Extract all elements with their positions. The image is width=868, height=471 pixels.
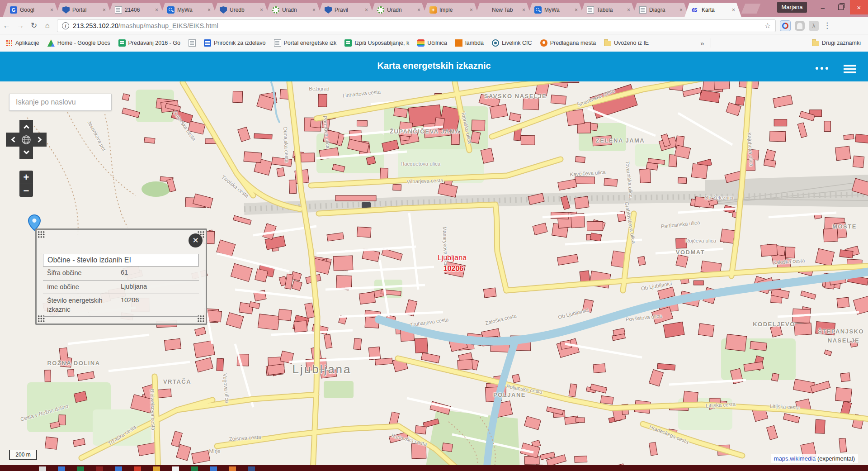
tab-googl[interactable]: GGoogl× (3, 3, 60, 17)
tab-close-icon[interactable]: × (627, 7, 630, 13)
tab-close-icon[interactable]: × (679, 7, 683, 13)
pan-up-button[interactable] (19, 120, 33, 133)
drag-grip-icon[interactable] (38, 231, 45, 238)
bookmark-uvo-eno-iz-ie[interactable]: Uvoženo iz IE (604, 40, 649, 46)
tab-close-icon[interactable]: × (312, 7, 316, 13)
tab-diagra[interactable]: Diagra× (632, 3, 689, 17)
tab-imple[interactable]: Imple× (422, 3, 479, 17)
building (217, 358, 224, 371)
taskbar-app-icon[interactable] (210, 466, 217, 471)
building (336, 276, 352, 289)
ghostery-extension-icon[interactable] (795, 21, 805, 31)
zoom-out-button[interactable]: − (19, 184, 33, 197)
bookmark-priro-nik-za-izdelavo[interactable]: Priročnik za izdelavo (204, 39, 266, 47)
tab-close-icon[interactable]: × (103, 7, 106, 13)
taskbar-app-icon[interactable] (77, 466, 84, 471)
taskbar-app-icon[interactable] (248, 466, 255, 471)
new-tab-button[interactable] (741, 4, 761, 14)
tab-close-icon[interactable]: × (417, 7, 420, 13)
reset-view-button[interactable] (19, 133, 33, 147)
tab-new-tab[interactable]: New Tab× (475, 3, 532, 17)
bookmark-portal-energetske-izk[interactable]: Portal energetske izk (274, 39, 337, 47)
tab-portal[interactable]: Portal× (55, 3, 112, 17)
tab-mywa[interactable]: MyWa× (527, 3, 584, 17)
tab-close-icon[interactable]: × (155, 7, 158, 13)
sync-extension-icon[interactable] (780, 20, 791, 31)
url-text: 213.253.102.20/mashup/mashup_EIKS/EIKS.h… (73, 22, 218, 29)
building (164, 338, 181, 350)
bookmark-livelink-cfc[interactable]: Livelink CfC (492, 39, 532, 47)
attribution-link[interactable]: maps.wikimedia (774, 455, 816, 462)
shield-icon (325, 6, 332, 14)
taskbar-app-icon[interactable] (39, 466, 46, 471)
building (335, 195, 376, 201)
pan-right-button[interactable] (33, 133, 47, 147)
tab-karta[interactable]: 6SKarta× (684, 3, 741, 17)
header-menu-icon[interactable] (844, 65, 856, 73)
taskbar-app-icon[interactable] (172, 466, 179, 471)
building (785, 247, 795, 258)
bookmark-aplikacije[interactable]: Aplikacije (5, 39, 39, 47)
bookmark-u-ilnica[interactable]: Učilnica (417, 39, 447, 47)
chevron-up-icon (24, 125, 29, 131)
bookmark-untitled[interactable] (189, 39, 196, 47)
tab-close-icon[interactable]: × (575, 7, 578, 13)
tab-uredb[interactable]: Uredb× (212, 3, 269, 17)
maximize-button[interactable] (832, 0, 850, 14)
pan-left-button[interactable] (6, 133, 19, 147)
building (357, 227, 371, 237)
taskbar-app-icon[interactable] (191, 466, 198, 471)
taskbar-app-icon[interactable] (96, 466, 103, 471)
tab-uradn[interactable]: Uradn× (370, 3, 427, 17)
taskbar-app-icon[interactable] (153, 466, 160, 471)
building (575, 177, 595, 184)
building (576, 156, 585, 162)
page-info-icon[interactable]: i (62, 22, 69, 29)
tab-close-icon[interactable]: × (365, 7, 368, 13)
search-input[interactable] (9, 94, 111, 110)
tab-close-icon[interactable]: × (208, 7, 211, 13)
close-button[interactable]: × (850, 0, 868, 14)
taskbar-app-icon[interactable] (229, 466, 236, 471)
windows-taskbar[interactable] (0, 465, 868, 471)
tab-close-icon[interactable]: × (50, 7, 53, 13)
minimize-button[interactable]: – (814, 0, 832, 14)
profile-badge[interactable]: Marjana (777, 2, 807, 13)
browser-menu-icon[interactable]: ⋮ (823, 21, 831, 30)
building (840, 250, 853, 258)
building (59, 348, 68, 363)
popup-close-button[interactable]: ✕ (189, 233, 203, 247)
bookmark-izpiti-usposabljanje-k[interactable]: Izpiti Usposabljanje, k (344, 39, 409, 47)
tab-title: Tabela (597, 7, 624, 13)
header-ellipsis-icon[interactable] (816, 67, 828, 70)
home-icon[interactable]: ⌂ (41, 21, 54, 30)
reload-icon[interactable]: ↻ (27, 21, 41, 30)
tab-uradn[interactable]: Uradn× (265, 3, 322, 17)
pan-down-button[interactable] (19, 146, 33, 159)
tab-close-icon[interactable]: × (522, 7, 525, 13)
bookmark-lambda[interactable]: lambda (455, 39, 484, 47)
tab-title: Googl (20, 7, 47, 13)
tab-mywa[interactable]: MyWa× (160, 3, 217, 17)
forward-icon[interactable]: → (14, 21, 27, 30)
tab-close-icon[interactable]: × (470, 7, 473, 13)
bookmark-star-icon[interactable]: ☆ (764, 21, 771, 30)
taskbar-app-icon[interactable] (115, 466, 122, 471)
tab-21406[interactable]: 21406× (108, 3, 165, 17)
address-bar[interactable]: i 213.253.102.20/mashup/mashup_EIKS/EIKS… (57, 19, 776, 32)
bookmark-predavanj-2016-go[interactable]: Predavanj 2016 - Go (118, 39, 180, 47)
taskbar-app-icon[interactable] (134, 466, 141, 471)
tab-pravil[interactable]: Pravil× (317, 3, 374, 17)
bookmark-predlagana-mesta[interactable]: Predlagana mesta (540, 39, 596, 47)
bookmark-home-google-docs[interactable]: Home - Google Docs (47, 39, 110, 47)
taskbar-app-icon[interactable] (58, 466, 65, 471)
back-icon[interactable]: ← (0, 21, 14, 30)
tab-tabela[interactable]: Tabela× (580, 3, 637, 17)
zoom-in-button[interactable]: + (19, 171, 33, 184)
other-bookmarks-folder[interactable]: Drugi zaznamki (812, 40, 861, 46)
adobe-extension-icon[interactable]: λ (809, 21, 819, 31)
tab-close-icon[interactable]: × (732, 7, 735, 13)
feature-info-popup[interactable]: ✕ Občine - število izdanih EI Šifra obči… (35, 228, 207, 325)
tab-close-icon[interactable]: × (260, 7, 263, 13)
bookmarks-overflow-chevron[interactable]: » (700, 39, 704, 47)
